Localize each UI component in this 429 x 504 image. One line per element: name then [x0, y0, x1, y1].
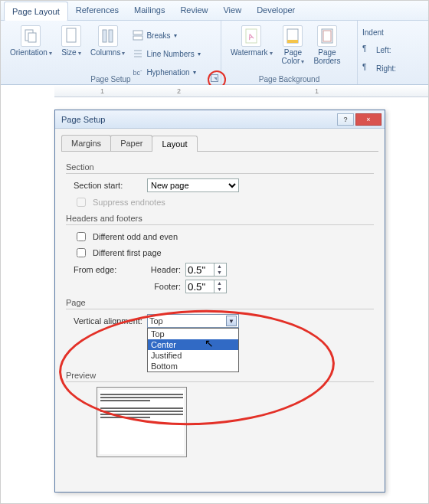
page-title: Page [66, 298, 374, 307]
section-title: Section [66, 162, 374, 172]
tab-margins[interactable]: Margins [61, 135, 111, 151]
header-spinner[interactable]: ▲▼ [185, 263, 227, 277]
indent-right-label: Right: [376, 64, 396, 73]
section-start-select[interactable]: New page [147, 178, 239, 192]
va-option-center[interactable]: Center [148, 339, 238, 350]
tab-view[interactable]: View [215, 1, 249, 20]
cursor-icon: ↖ [205, 337, 214, 349]
ruler-mark: 1 [100, 87, 104, 95]
dialog-titlebar[interactable]: Page Setup ? × [55, 110, 385, 129]
columns-icon [98, 25, 118, 47]
dialog-body: Section Section start: New page Suppress… [55, 152, 385, 463]
header-label: Header: [147, 265, 181, 274]
orientation-icon [21, 25, 41, 47]
page-borders-icon [317, 25, 337, 47]
tab-paper[interactable]: Paper [110, 135, 152, 151]
va-dropdown-list: Top Center Justified Bottom [147, 328, 239, 372]
close-button[interactable]: × [355, 113, 382, 126]
page-color-label: Page Color [282, 48, 305, 65]
indent-left-label: Left: [376, 46, 391, 54]
page-color-button[interactable]: Page Color [277, 24, 309, 67]
page-setup-launcher[interactable] [211, 74, 218, 82]
tab-references[interactable]: References [68, 1, 126, 20]
breaks-button[interactable]: Breaks▾ [133, 30, 200, 41]
va-option-top[interactable]: Top [148, 329, 238, 339]
columns-button[interactable]: Columns [86, 24, 129, 80]
preview-thumb [97, 387, 187, 457]
page-borders-button[interactable]: Page Borders [309, 24, 345, 67]
group-label-page-setup: Page Setup [1, 75, 221, 83]
svg-rect-4 [109, 30, 113, 42]
breaks-label: Breaks [146, 31, 170, 40]
tab-review[interactable]: Review [172, 1, 215, 20]
diff-first-page-check[interactable]: Different first page [66, 246, 374, 260]
tab-developer[interactable]: Developer [249, 1, 303, 20]
dropdown-arrow-icon[interactable]: ▼ [226, 316, 237, 326]
watermark-label: Watermark [231, 48, 273, 57]
svg-rect-13 [287, 40, 298, 43]
footer-value[interactable] [186, 280, 214, 293]
indent-header: Indent [362, 28, 424, 37]
header-value[interactable] [186, 263, 214, 276]
size-button[interactable]: Size [57, 24, 86, 80]
columns-label: Columns [90, 48, 125, 57]
ruler: 1 2 1 [54, 85, 428, 97]
group-label-page-background: Page Background [221, 75, 357, 83]
tab-mailings[interactable]: Mailings [126, 1, 172, 20]
orientation-button[interactable]: Orientation [5, 24, 57, 80]
orientation-label: Orientation [10, 48, 52, 57]
page-color-icon [283, 25, 303, 47]
va-option-justified[interactable]: Justified [148, 350, 238, 361]
page-borders-label: Page Borders [313, 48, 340, 65]
line-numbers-button[interactable]: Line Numbers▾ [133, 48, 200, 59]
line-numbers-icon [133, 48, 143, 59]
ruler-mark: 1 [315, 87, 319, 95]
breaks-icon [133, 30, 143, 41]
diff-first-page-label: Different first page [93, 248, 162, 257]
page-setup-dialog: Page Setup ? × Margins Paper Layout Sect… [54, 110, 385, 493]
suppress-endnotes-check: Suppress endnotes [66, 195, 374, 209]
line-numbers-label: Line Numbers [146, 50, 194, 58]
ribbon-body: Orientation Size Columns Breaks▾ Line Nu… [1, 21, 428, 85]
group-paragraph: Indent ¶Left: ¶Right: [358, 21, 428, 84]
section-start-label: Section start: [66, 181, 142, 190]
group-page-setup: Orientation Size Columns Breaks▾ Line Nu… [1, 21, 221, 84]
watermark-icon: A [241, 25, 261, 47]
dialog-tabs: Margins Paper Layout [61, 135, 378, 152]
help-button[interactable]: ? [337, 113, 354, 126]
footer-spinner[interactable]: ▲▼ [185, 280, 227, 293]
suppress-endnotes-label: Suppress endnotes [93, 198, 165, 207]
tab-page-layout[interactable]: Page Layout [4, 2, 68, 21]
size-label: Size [61, 48, 80, 57]
dialog-title: Page Setup [58, 115, 336, 124]
ribbon-tabs: Page Layout References Mailings Review V… [1, 1, 428, 21]
tab-layout[interactable]: Layout [152, 136, 197, 152]
svg-rect-6 [133, 36, 142, 40]
indent-left[interactable]: ¶Left: [362, 44, 424, 55]
indent-right-icon: ¶ [362, 63, 373, 74]
footer-label: Footer: [147, 282, 181, 291]
diff-odd-even-label: Different odd and even [93, 232, 178, 241]
va-label: Vertical alignment: [66, 316, 142, 326]
group-page-background: A Watermark Page Color Page Borders Page… [221, 21, 358, 84]
from-edge-label: From edge: [66, 265, 142, 274]
indent-right[interactable]: ¶Right: [362, 63, 424, 74]
hf-title: Headers and footers [66, 214, 374, 223]
va-option-bottom[interactable]: Bottom [148, 361, 238, 371]
ruler-mark: 2 [177, 87, 181, 95]
va-selected-value: Top [149, 316, 163, 326]
svg-rect-3 [103, 30, 106, 42]
vertical-alignment-select[interactable]: Top ▼ [147, 314, 239, 328]
svg-rect-5 [133, 31, 142, 34]
size-icon [61, 25, 81, 47]
diff-odd-even-check[interactable]: Different odd and even [66, 230, 374, 244]
watermark-button[interactable]: A Watermark [226, 24, 277, 67]
svg-rect-2 [67, 28, 76, 42]
svg-rect-1 [28, 33, 36, 42]
indent-left-icon: ¶ [362, 44, 373, 55]
